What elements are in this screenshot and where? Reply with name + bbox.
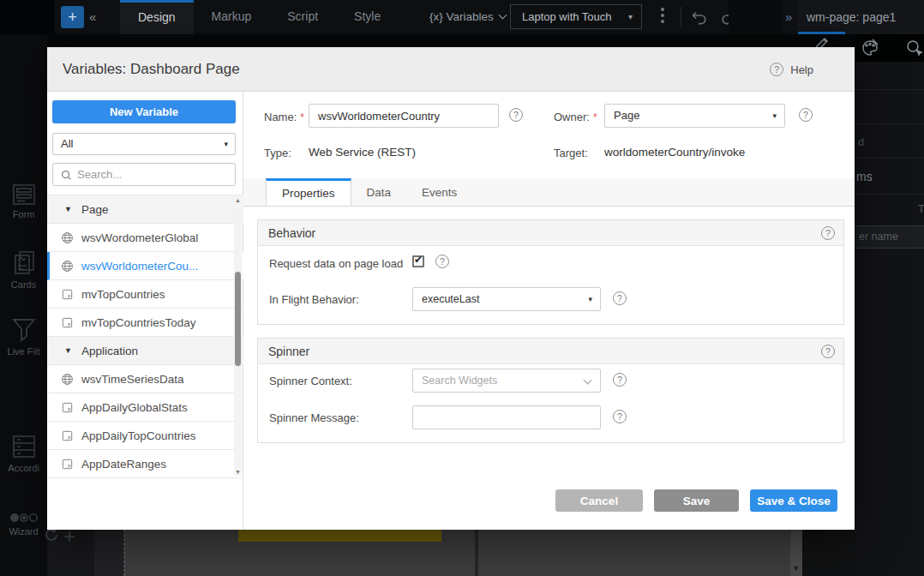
chevron-down-icon — [584, 376, 592, 385]
save-and-close-button[interactable]: Save & Close — [750, 489, 837, 512]
sidebar-scrollbar[interactable]: ▲ ▼ — [234, 196, 242, 476]
web-service-icon — [61, 373, 74, 388]
request-data-help-icon[interactable]: ? — [435, 255, 449, 268]
scrollbar-thumb[interactable] — [235, 272, 241, 366]
variable-group-page[interactable]: ▼Page — [47, 195, 243, 224]
model-variable-icon — [61, 458, 74, 473]
behavior-help-icon[interactable]: ? — [821, 226, 835, 240]
dropdown-arrow-icon: ▾ — [224, 134, 228, 154]
spinner-context-help-icon[interactable]: ? — [613, 373, 627, 387]
page-tab[interactable]: wm-page: page1 — [798, 0, 924, 34]
variables-menu[interactable]: {x} Variables — [429, 0, 506, 34]
spinner-context-select[interactable]: Search Widgets — [412, 369, 601, 393]
collapse-left-icon[interactable]: « — [89, 0, 96, 34]
inflight-value: executeLast — [422, 293, 479, 305]
spinner-section-header: Spinner ? — [258, 339, 843, 364]
search-input[interactable] — [77, 165, 231, 184]
canvas-scrollbar[interactable]: ▼ — [790, 530, 802, 576]
device-selector[interactable]: Laptop with Touch ▾ — [510, 4, 642, 29]
inflight-select[interactable]: executeLast ▾ — [412, 287, 601, 311]
tab-properties[interactable]: Properties — [266, 178, 351, 206]
web-service-icon — [61, 231, 74, 247]
palette-item-accordion[interactable]: Accordi — [0, 434, 47, 473]
variables-menu-label: {x} Variables — [429, 10, 494, 23]
form-icon — [0, 183, 47, 206]
variable-name-input[interactable] — [309, 104, 499, 128]
canvas-panel-right[interactable] — [478, 530, 790, 576]
variable-item[interactable]: mvTopCountries — [47, 280, 243, 309]
tab-events[interactable]: Events — [406, 178, 472, 206]
kebab-menu-icon[interactable] — [661, 8, 664, 23]
mode-tab-markup[interactable]: Markup — [194, 0, 270, 34]
clipped-text-fragment: ms — [856, 170, 873, 183]
variable-search — [52, 163, 236, 186]
add-widget-button[interactable]: + — [61, 6, 84, 28]
variable-item[interactable]: AppDailyTopCountries — [47, 422, 243, 450]
palette-item-label: Accordi — [0, 463, 47, 473]
group-label: Page — [81, 195, 109, 224]
wizard-icon — [0, 513, 47, 523]
cards-icon — [0, 250, 47, 276]
behavior-section: Behavior ? Request data on page load ✔ ?… — [257, 219, 844, 325]
variable-item[interactable]: wsvWordometerGlobal — [47, 224, 243, 252]
scroll-up-icon[interactable]: ▲ — [235, 197, 241, 203]
inspect-zoom-icon[interactable] — [904, 38, 924, 62]
clipped-name-input[interactable]: er name — [853, 225, 924, 249]
variable-detail-panel: Name:* ? Owner:* Page ▾ ? Type: Web Serv… — [243, 92, 855, 530]
required-marker: * — [300, 111, 304, 123]
highlighted-widget-bar[interactable] — [238, 530, 441, 542]
request-data-checkbox[interactable]: ✔ — [412, 255, 424, 267]
palette-item-cards[interactable]: Cards — [0, 250, 47, 290]
scroll-down-icon[interactable]: ▼ — [792, 564, 800, 573]
variable-filter-value: All — [61, 137, 73, 150]
scroll-down-icon[interactable]: ▼ — [235, 469, 241, 475]
palette-item-label: Wizard — [0, 526, 47, 537]
spinner-message-input[interactable] — [412, 405, 601, 429]
owner-select[interactable]: Page ▾ — [604, 104, 785, 128]
toolbar-left-cap — [0, 0, 55, 34]
theme-palette-icon[interactable] — [860, 38, 880, 62]
variable-group-application[interactable]: ▼Application — [47, 337, 243, 365]
variable-item-label: wsvWorldometerCou... — [81, 252, 198, 280]
variable-item[interactable]: AppDailyGlobalStats — [47, 393, 243, 422]
help-link[interactable]: ? Help — [770, 47, 813, 92]
palette-item-live-filter[interactable]: Live Filt — [0, 317, 47, 357]
spinner-title: Spinner — [268, 339, 309, 364]
variable-item-label: AppDailyGlobalStats — [81, 393, 188, 422]
tab-data[interactable]: Data — [351, 178, 407, 206]
search-icon — [61, 170, 72, 181]
cancel-button[interactable]: Cancel — [555, 489, 643, 512]
clipped-text-fragment: T — [918, 202, 924, 215]
inflight-help-icon[interactable]: ? — [613, 291, 627, 305]
mode-tab-style[interactable]: Style — [336, 0, 399, 34]
help-label: Help — [790, 63, 813, 76]
variable-item[interactable]: AppDateRanges — [47, 450, 243, 478]
spinner-message-help-icon[interactable]: ? — [613, 410, 627, 423]
variable-item[interactable]: wsvWorldometerCou... — [47, 252, 243, 280]
palette-item-wizard[interactable]: Wizard — [0, 513, 47, 537]
chevron-down-icon — [498, 11, 507, 20]
undo-icon[interactable] — [689, 8, 708, 30]
palette-item-form[interactable]: Form — [0, 183, 47, 219]
variables-sidebar: New Variable All ▾ ▼PagewsvWordometerGlo… — [47, 92, 243, 530]
variable-item[interactable]: wsvTimeSeriesData — [47, 365, 243, 393]
model-variable-icon — [61, 288, 74, 303]
spinner-help-icon[interactable]: ? — [821, 345, 835, 358]
mode-tab-script[interactable]: Script — [269, 0, 336, 34]
model-variable-icon — [61, 429, 74, 445]
dropdown-arrow-icon: ▾ — [588, 288, 592, 310]
name-help-icon[interactable]: ? — [509, 108, 523, 122]
owner-help-icon[interactable]: ? — [799, 108, 813, 122]
dialog-title: Variables: Dashboard Page — [63, 47, 240, 92]
panel-row-divider — [855, 194, 924, 195]
save-button[interactable]: Save — [654, 489, 739, 512]
expand-right-icon[interactable]: » — [785, 0, 792, 34]
variable-item[interactable]: mvTopCountriesToday — [47, 309, 243, 337]
web-service-icon — [61, 260, 74, 275]
new-variable-button[interactable]: New Variable — [52, 100, 236, 123]
variable-item-label: mvTopCountries — [81, 280, 165, 309]
mode-tab-design[interactable]: Design — [120, 0, 194, 34]
check-icon: ✔ — [414, 254, 423, 266]
variable-filter-select[interactable]: All ▾ — [52, 133, 236, 155]
required-marker: * — [593, 111, 597, 123]
